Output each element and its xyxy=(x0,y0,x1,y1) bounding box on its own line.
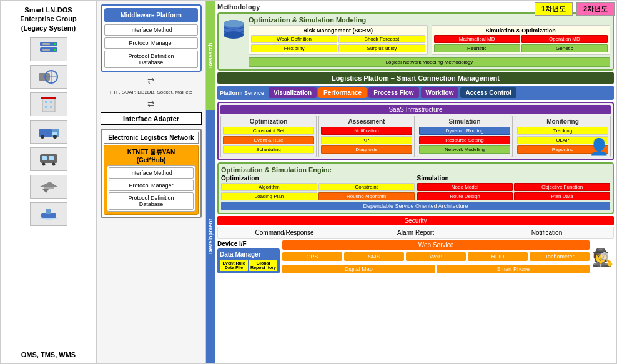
flexibility-tag: Flexibility xyxy=(251,44,337,52)
second-year-badge: 2차년도 xyxy=(576,2,615,16)
security-person-icon: 🕵️ xyxy=(592,240,614,275)
logical-bar: Logical Network Modeling Methodology xyxy=(249,57,610,67)
protocol-db-2: Protocol Definition Database xyxy=(109,192,194,210)
platform-service-label: Platform Service xyxy=(220,90,264,96)
svg-rect-4 xyxy=(42,43,50,45)
engine-sim-col: Simulation Node Model Objective Function… xyxy=(417,175,611,200)
svg-point-25 xyxy=(52,162,55,165)
network-modeling-tag: Network Modeling xyxy=(419,145,510,154)
sim-box: Simulation & Optimization Mathmatical MD… xyxy=(432,25,611,55)
interface-method-1: Interface Method xyxy=(104,24,198,36)
smart-phone-tag: Smart Phone xyxy=(437,265,590,273)
saas-sim-title: Simulation xyxy=(419,118,510,125)
tab-workflow[interactable]: Workflow xyxy=(421,87,459,98)
badges-container: 1차년도 2차년도 xyxy=(535,2,615,16)
risk-title: Risk Management (SCRM) xyxy=(251,27,425,34)
sim-row-2: Heuristic Genetic xyxy=(434,44,608,52)
engine-columns: Optimization Algorithm Constraint Loadin… xyxy=(221,175,610,200)
svg-rect-11 xyxy=(41,97,56,99)
svg-point-20 xyxy=(53,135,57,139)
saas-section: SaaS Infrastructure Optimization Constra… xyxy=(217,102,614,160)
digital-map-tag: Digital Map xyxy=(282,265,435,273)
tab-visualization[interactable]: Visualization xyxy=(269,87,317,98)
left-panel: Smart LN-DOSEnterprise Group(Legacy Syst… xyxy=(0,0,97,364)
middleware-container: Middleware Platform Interface Method Pro… xyxy=(101,4,202,72)
tab-performance[interactable]: Performance xyxy=(318,87,367,98)
svg-rect-26 xyxy=(44,187,54,189)
protocol-manager-2: Protocol Manager xyxy=(109,180,194,191)
genetic-tag: Genetic xyxy=(521,44,608,52)
tab-access-control[interactable]: Access Control xyxy=(460,87,516,98)
scheduling-tag: Scheduling xyxy=(223,145,314,154)
saas-simulation-col: Simulation Dynamic Routing Resource Sett… xyxy=(417,116,513,157)
engine-sim-title: Simulation xyxy=(417,175,611,182)
constraint-set-tag: Constraint Set xyxy=(223,127,314,135)
saas-monitor-title: Monitoring xyxy=(517,118,608,125)
tachometer-tag: Tachometer xyxy=(530,252,590,261)
svg-rect-13 xyxy=(50,101,52,103)
node-model-tag: Node Model xyxy=(417,183,513,191)
web-service-bar: Web Service xyxy=(282,240,590,250)
ws-row-2: Digital Map Smart Phone xyxy=(282,263,590,275)
saas-grid: Optimization Constraint Set Event & Rule… xyxy=(220,116,611,157)
rfid-tag: RFID xyxy=(468,252,528,261)
dynamic-routing-tag: Dynamic Routing xyxy=(419,127,510,135)
arrow-label: FTP, SOAP, DB2DB, Socket, Mail etc xyxy=(101,89,202,95)
surplus-tag: Surplus utility xyxy=(338,44,425,52)
interface-method-2: Interface Method xyxy=(109,167,194,179)
svg-rect-5 xyxy=(42,49,50,51)
truck-icon xyxy=(30,120,67,144)
risk-row-1: Weak Definition Shock Forecast xyxy=(251,35,425,43)
engine-opt-title: Optimization xyxy=(221,175,415,182)
sim-row-1: Mathmatical MD Operation MD xyxy=(434,35,608,43)
risk-box: Risk Management (SCRM) Weak Definition S… xyxy=(249,25,428,55)
svg-point-32 xyxy=(224,20,244,27)
right-panel: Research Development Methodology xyxy=(206,0,617,364)
sms-tag: SMS xyxy=(344,252,404,261)
svg-point-24 xyxy=(42,162,45,165)
svg-rect-14 xyxy=(45,106,47,108)
left-icons xyxy=(30,37,67,226)
ktnet-box: KTNET 물류VAN (Get*Hub) Interface Method P… xyxy=(104,145,199,215)
svg-rect-10 xyxy=(42,98,55,112)
svg-point-19 xyxy=(41,135,44,139)
data-manager-label: Data Manager xyxy=(220,251,277,258)
protocol-manager-1: Protocol Manager xyxy=(104,37,198,49)
diagnosis-tag: Diagnosis xyxy=(321,145,412,154)
first-year-badge: 1차년도 xyxy=(535,2,573,16)
train-icon xyxy=(30,147,67,171)
ktnet-inner: Interface Method Protocol Manager Protoc… xyxy=(107,165,195,212)
event-rule-data-tag: Event Rule Data File xyxy=(220,260,248,271)
route-design-tag: Route Design xyxy=(417,192,513,200)
svg-rect-22 xyxy=(42,156,47,160)
security-bar: Security xyxy=(217,216,614,225)
operation-md-tag: Operation MD xyxy=(521,35,608,43)
saas-optimization-col: Optimization Constraint Set Event & Rule… xyxy=(220,116,317,157)
alarm-report: Alarm Report xyxy=(351,229,480,236)
research-section: Optimization & Simulation Modeling Risk … xyxy=(217,12,614,71)
loading-plan-tag: Loading Plan xyxy=(221,192,317,200)
resource-setting-tag: Resource Setting xyxy=(419,136,510,144)
saas-assess-title: Assessment xyxy=(321,118,412,125)
interface-adapter: Interface Adapter xyxy=(101,112,202,125)
svg-point-3 xyxy=(54,49,56,51)
shock-tag: Shock Forecast xyxy=(338,35,425,43)
sim-title: Simulation & Optimization xyxy=(434,27,608,34)
middleware-platform: Middleware Platform xyxy=(104,8,198,22)
engine-row-2: Loading Plan Routing Algorithm xyxy=(221,192,415,200)
routing-algo-tag: Routing Algorithm xyxy=(318,192,415,200)
tab-process-flow[interactable]: Process Flow xyxy=(368,87,418,98)
ship-icon xyxy=(30,202,67,226)
dependable-bar: Dependable Service Oriented Architecture xyxy=(221,202,610,210)
security-section: Security Command/Response Alarm Report N… xyxy=(217,216,614,239)
global-repo-tag: Global Reposi- tory xyxy=(249,260,277,271)
engine-section: Optimization & Simulation Engine Optimiz… xyxy=(217,162,614,214)
svg-rect-12 xyxy=(45,101,47,103)
plan-data-tag: Plan Data xyxy=(514,192,610,200)
wap-tag: WAP xyxy=(406,252,466,261)
ws-row-1: GPS SMS WAP RFID Tachometer xyxy=(282,251,590,262)
saas-bar: SaaS Infrastructure xyxy=(220,105,611,114)
protocol-db-1: Protocol Definition Database xyxy=(104,51,198,68)
notification2: Notification xyxy=(482,229,611,236)
engine-opt-col: Optimization Algorithm Constraint Loadin… xyxy=(221,175,415,200)
